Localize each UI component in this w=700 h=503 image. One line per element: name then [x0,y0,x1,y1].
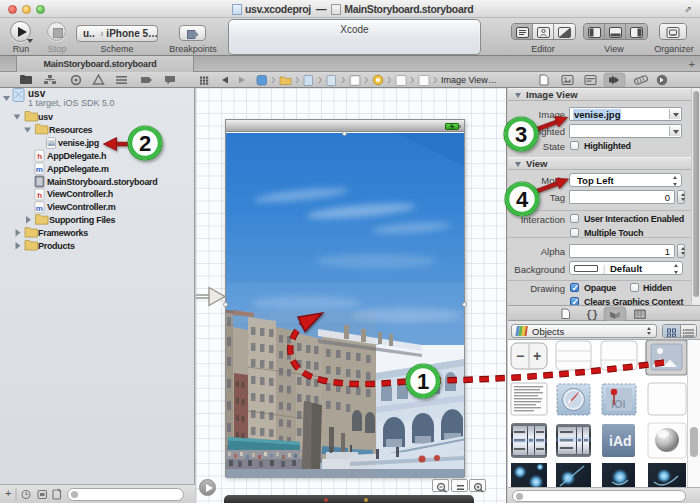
svg-text:m: m [36,204,43,213]
svg-text:h: h [37,191,42,200]
svg-text:+: + [533,348,541,364]
svg-text:Image View…: Image View… [441,75,497,85]
svg-text:m: m [36,165,43,174]
svg-text:{}: {} [586,310,598,321]
svg-text:h: h [37,152,42,161]
svg-text:−: − [516,348,524,364]
svg-text:iAd: iAd [609,433,632,449]
